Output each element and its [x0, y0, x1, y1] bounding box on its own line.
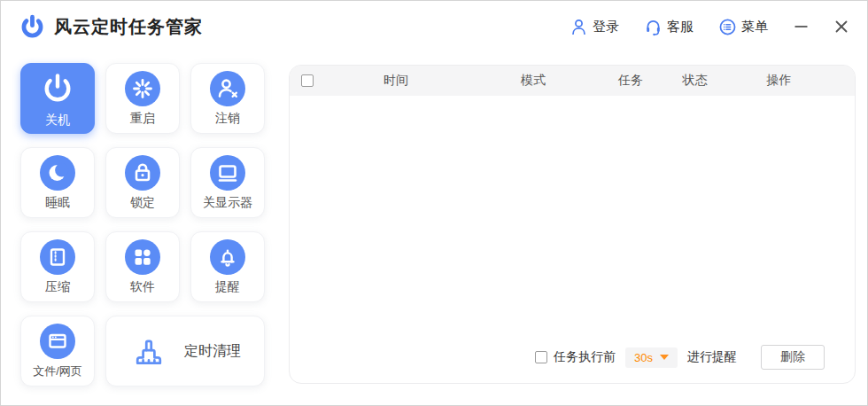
sidebar-item-compress[interactable]: 压缩: [20, 231, 95, 302]
software-icon: [125, 239, 160, 275]
sidebar-item-monitor-off[interactable]: 关显示器: [190, 147, 265, 218]
sidebar-item-label: 提醒: [215, 279, 240, 295]
sleep-icon: [40, 155, 75, 191]
header-operation: 操作: [728, 73, 830, 89]
app-window: 风云定时任务管家 登录: [0, 0, 868, 406]
sidebar: 关机 重启: [20, 63, 265, 386]
login-label: 登录: [593, 19, 619, 35]
delete-button[interactable]: 删除: [761, 345, 825, 370]
login-button[interactable]: 登录: [570, 18, 619, 36]
header-mode: 模式: [467, 73, 600, 89]
support-label: 客服: [667, 19, 694, 35]
compress-icon: [40, 239, 75, 275]
header-status: 状态: [662, 73, 728, 89]
sidebar-item-label: 重启: [130, 111, 155, 127]
sidebar-item-label: 睡眠: [45, 195, 70, 211]
sidebar-item-label: 文件/网页: [33, 363, 82, 379]
power-icon: [38, 69, 77, 108]
sidebar-item-label: 锁定: [130, 195, 155, 211]
sidebar-item-software[interactable]: 软件: [105, 231, 180, 302]
broom-icon: [129, 332, 168, 370]
app-title: 风云定时任务管家: [54, 15, 203, 39]
browser-icon: [40, 324, 75, 359]
interval-value: 30s: [634, 351, 653, 364]
menu-label: 菜单: [741, 19, 768, 35]
sidebar-item-scheduled-clean[interactable]: 定时清理: [105, 316, 265, 386]
topbar: 风云定时任务管家 登录: [1, 1, 867, 52]
menu-circle-icon: [718, 18, 737, 36]
sidebar-item-label: 定时清理: [184, 342, 241, 361]
lock-icon: [125, 155, 160, 191]
restart-icon: [125, 71, 160, 106]
user-login-icon: [570, 18, 588, 36]
close-button[interactable]: [833, 19, 849, 35]
task-table-header: 时间 模式 任务 状态 操作: [290, 66, 855, 96]
remind-before-label: 任务执行前: [554, 349, 616, 365]
monitor-off-icon: [210, 155, 245, 191]
bell-icon: [210, 239, 245, 275]
sidebar-item-file-web[interactable]: 文件/网页: [20, 316, 95, 386]
topbar-right: 登录 客服: [545, 18, 849, 36]
sidebar-item-label: 关显示器: [203, 195, 252, 211]
select-all-checkbox[interactable]: [301, 74, 314, 87]
support-button[interactable]: 客服: [644, 18, 694, 36]
sidebar-item-label: 关机: [45, 113, 70, 129]
minimize-button[interactable]: [793, 19, 809, 35]
sidebar-item-label: 注销: [215, 111, 240, 127]
sidebar-item-label: 软件: [130, 279, 155, 295]
task-panel: 时间 模式 任务 状态 操作 任务执行前 30s 进行提醒 删除: [289, 65, 856, 384]
sidebar-item-logoff[interactable]: 注销: [190, 63, 265, 134]
task-table-body: [290, 96, 855, 344]
sidebar-item-shutdown[interactable]: 关机: [20, 63, 95, 134]
select-all-cell: [290, 74, 325, 87]
sidebar-item-reminder[interactable]: 提醒: [190, 231, 265, 302]
interval-dropdown[interactable]: 30s: [625, 347, 678, 368]
panel-footer: 任务执行前 30s 进行提醒 删除: [535, 345, 825, 370]
logout-icon: [210, 71, 245, 106]
sidebar-item-label: 压缩: [45, 279, 70, 295]
chevron-down-icon: [660, 355, 669, 360]
header-time: 时间: [325, 73, 467, 89]
sidebar-item-sleep[interactable]: 睡眠: [20, 147, 95, 218]
header-task: 任务: [600, 73, 662, 89]
menu-button[interactable]: 菜单: [718, 18, 768, 36]
app-logo-power-icon: [19, 13, 46, 41]
sidebar-item-restart[interactable]: 重启: [105, 63, 180, 134]
remind-checkbox[interactable]: [535, 351, 547, 363]
headset-icon: [644, 18, 663, 36]
remind-after-label: 进行提醒: [687, 349, 737, 365]
sidebar-item-lock[interactable]: 锁定: [105, 147, 180, 218]
